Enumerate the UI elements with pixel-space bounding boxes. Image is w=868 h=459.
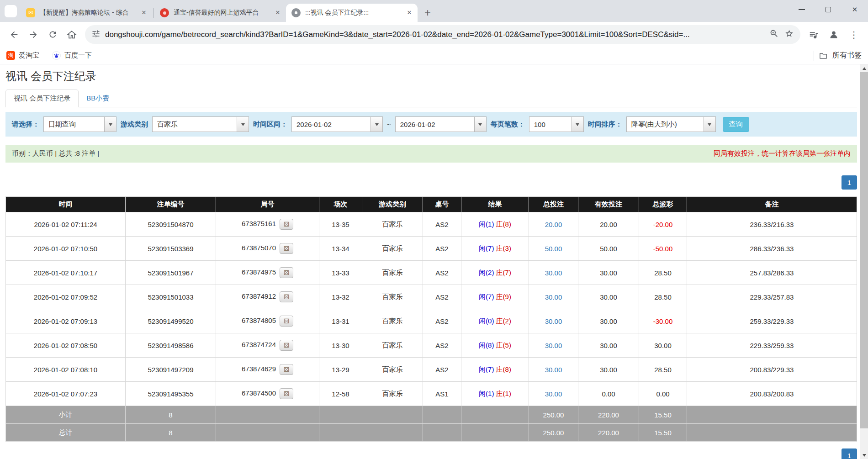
scrollbar-thumb[interactable] (860, 72, 868, 428)
bookmark-star-icon[interactable] (784, 29, 794, 40)
refresh-button[interactable] (43, 25, 62, 44)
valid-bet-cell: 0.00 (578, 382, 639, 406)
bet-id-cell: 523091497209 (126, 358, 216, 382)
site-info-icon[interactable] (91, 29, 101, 40)
date-type-select[interactable]: 日期查询 (43, 116, 116, 132)
tab-close-icon[interactable]: ✕ (273, 8, 282, 17)
page-scrollbar[interactable] (860, 64, 868, 459)
page-1-button[interactable]: 1 (842, 175, 857, 190)
total-label: 总计 (6, 424, 126, 442)
chevron-down-icon[interactable] (474, 117, 486, 132)
total-bet-link[interactable]: 30.00 (529, 382, 578, 406)
search-button[interactable]: 查询 (723, 117, 749, 132)
new-tab-button[interactable]: + (420, 5, 435, 20)
scroll-down-arrow[interactable] (860, 451, 868, 459)
tab-bet-records[interactable]: 视讯 会员下注纪录 (5, 90, 79, 107)
bet-id-cell: 523091501967 (126, 261, 216, 285)
media-controls-button[interactable] (804, 25, 823, 44)
tab-close-icon[interactable]: ✕ (139, 8, 148, 17)
bookmark-baidu[interactable]: 百度一下 (52, 51, 92, 60)
browser-toolbar: dongshouji.com/game/betrecord_search/kin… (0, 22, 868, 47)
date-end-select[interactable]: 2026-01-02 (395, 116, 487, 132)
total-total-bet: 250.00 (529, 424, 578, 442)
chevron-down-icon[interactable] (572, 117, 583, 132)
profile-button[interactable] (824, 25, 843, 44)
time-cell: 2026-01-02 07:10:17 (6, 261, 126, 285)
table-number-cell: AS2 (423, 261, 461, 285)
subtotal-label: 小计 (6, 406, 126, 424)
tab-separator (153, 8, 153, 18)
forward-button[interactable] (24, 25, 43, 44)
tab-bb-tip[interactable]: BB小费 (79, 90, 117, 107)
column-header-10: 备注 (687, 197, 857, 212)
subtotal-payout: 15.50 (639, 406, 687, 424)
remark-cell: 200.83/200.83 (687, 382, 857, 406)
valid-bet-cell: 20.00 (578, 212, 639, 237)
session-cell: 13-35 (319, 212, 362, 237)
bet-id-cell: 523091499520 (126, 309, 216, 333)
round-cell: 673874629⚄ (216, 358, 319, 382)
bet-table-body: 2026-01-02 07:11:24 523091504870 6738751… (6, 212, 857, 406)
chevron-down-icon[interactable] (370, 117, 382, 132)
browser-tab-betrecord-active[interactable]: :::视讯 会员下注纪录::: ✕ (286, 4, 418, 22)
session-cell: 13-30 (319, 333, 362, 358)
column-header-6: 结果 (461, 197, 529, 212)
game-detail-icon[interactable]: ⚄ (280, 340, 293, 351)
bookmark-taobao[interactable]: 淘 爱淘宝 (6, 51, 39, 60)
total-bet-link[interactable]: 30.00 (529, 309, 578, 333)
bet-id-cell: 523091503369 (126, 237, 216, 261)
profile-avatar-icon (828, 29, 839, 40)
total-bet-link[interactable]: 30.00 (529, 261, 578, 285)
session-cell: 13-33 (319, 261, 362, 285)
home-button[interactable] (62, 25, 81, 44)
game-detail-icon[interactable]: ⚄ (280, 364, 293, 375)
tab-search-button[interactable] (5, 5, 17, 17)
betrecord-favicon-icon (291, 8, 301, 17)
page-size-value: 100 (529, 117, 572, 132)
game-detail-icon[interactable]: ⚄ (280, 291, 293, 302)
game-type-cell: 百家乐 (362, 237, 423, 261)
minimize-button[interactable] (789, 0, 815, 19)
zoom-icon[interactable] (769, 29, 779, 40)
payout-cell: 30.00 (639, 333, 687, 358)
session-cell: 12-58 (319, 382, 362, 406)
game-type-cell: 百家乐 (362, 333, 423, 358)
chevron-down-icon[interactable] (104, 117, 116, 132)
total-bet-link[interactable]: 30.00 (529, 358, 578, 382)
total-bet-link[interactable]: 20.00 (529, 212, 578, 237)
tab-close-icon[interactable]: ✕ (405, 8, 414, 17)
browser-tab-forum[interactable]: ✉ 【新提醒】海燕策略论坛 - 综合 ✕ (21, 4, 152, 22)
game-detail-icon[interactable]: ⚄ (280, 267, 293, 278)
page-1-button[interactable]: 1 (842, 448, 857, 459)
game-detail-icon[interactable]: ⚄ (280, 388, 293, 399)
page-size-select[interactable]: 100 (529, 116, 584, 132)
date-range-tilde: ~ (387, 121, 391, 128)
browser-tab-tongbao[interactable]: 通宝-信誉最好的网上游戏平台 ✕ (154, 4, 286, 22)
sort-select[interactable]: 降幂(由大到小) (626, 116, 716, 132)
total-bet-link[interactable]: 30.00 (529, 333, 578, 358)
address-bar[interactable]: dongshouji.com/game/betrecord_search/kin… (85, 25, 800, 44)
menu-button[interactable]: ⋮ (844, 25, 863, 44)
column-header-8: 有效投注 (578, 197, 639, 212)
date-start-select[interactable]: 2026-01-02 (291, 116, 383, 132)
game-type-select[interactable]: 百家乐 (152, 116, 249, 132)
all-bookmarks-button[interactable]: 所有书签 (814, 51, 862, 61)
table-number-cell: AS2 (423, 212, 461, 237)
refresh-icon (48, 30, 58, 39)
round-number: 673874805 (242, 317, 276, 324)
total-bet-link[interactable]: 30.00 (529, 285, 578, 309)
result-cell: 闲(7) 庄(3) (461, 237, 529, 261)
maximize-button[interactable] (815, 0, 842, 19)
total-bet-link[interactable]: 50.00 (529, 237, 578, 261)
chevron-down-icon[interactable] (704, 117, 715, 132)
game-detail-icon[interactable]: ⚄ (280, 243, 293, 254)
chevron-down-icon[interactable] (237, 117, 249, 132)
back-button[interactable] (5, 25, 24, 44)
subtotal-total-bet: 250.00 (529, 406, 578, 424)
round-cell: 673875161⚄ (216, 212, 319, 237)
close-button[interactable]: ✕ (842, 0, 868, 19)
scroll-up-arrow[interactable] (860, 64, 868, 72)
game-detail-icon[interactable]: ⚄ (280, 219, 293, 230)
player-result: 闲(1) (479, 390, 494, 397)
game-detail-icon[interactable]: ⚄ (280, 316, 293, 327)
